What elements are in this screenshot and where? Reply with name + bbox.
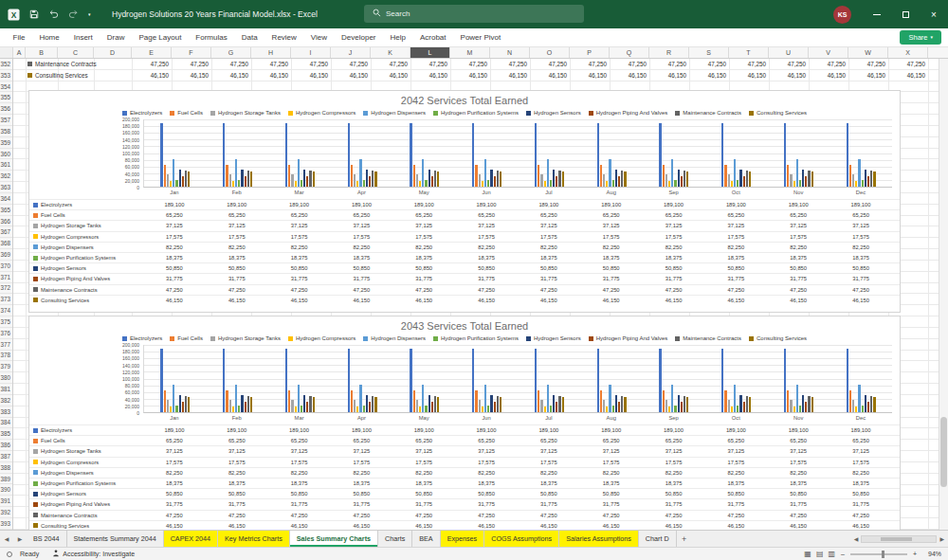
- column-header-s[interactable]: S: [689, 47, 729, 58]
- row-header-379[interactable]: 379: [0, 361, 12, 372]
- row-header-361[interactable]: 361: [0, 159, 12, 171]
- ribbon-tab-insert[interactable]: Insert: [66, 28, 100, 46]
- row-header-357[interactable]: 357: [0, 115, 12, 126]
- column-header-v[interactable]: V: [809, 47, 848, 58]
- sheet-tab-expenses[interactable]: Expenses: [441, 531, 485, 547]
- row-header-373[interactable]: 373: [0, 294, 12, 305]
- grid-cell[interactable]: 46,150: [809, 72, 848, 79]
- grid-cell[interactable]: 46,150: [769, 72, 809, 79]
- hscroll-left-icon[interactable]: ◀: [854, 535, 859, 542]
- ribbon-tab-power-pivot[interactable]: Power Pivot: [453, 28, 508, 46]
- vertical-scrollbar-thumb[interactable]: [940, 417, 947, 488]
- column-header-f[interactable]: F: [172, 47, 211, 58]
- grid-cell[interactable]: 46,150: [729, 72, 769, 79]
- chart-2042-services-total-earned[interactable]: 2042 Services Total EarnedElectrolyzersF…: [28, 90, 901, 313]
- grid-cell[interactable]: 46,150: [490, 72, 530, 79]
- grid-cell[interactable]: 47,250: [331, 61, 371, 67]
- ribbon-tab-view[interactable]: View: [303, 28, 334, 46]
- grid-cell[interactable]: 46,150: [530, 72, 570, 79]
- zoom-slider[interactable]: [850, 553, 907, 555]
- row-header-356[interactable]: 356: [0, 103, 12, 115]
- avatar[interactable]: KS: [833, 6, 851, 24]
- ribbon-tab-formulas[interactable]: Formulas: [189, 28, 234, 46]
- grid-cell[interactable]: 46,150: [689, 72, 729, 79]
- add-sheet-button[interactable]: +: [677, 531, 692, 547]
- grid-cell[interactable]: 47,250: [132, 61, 172, 67]
- redo-icon[interactable]: [68, 9, 79, 19]
- horizontal-scrollbar[interactable]: [861, 535, 937, 543]
- column-header-d[interactable]: D: [94, 47, 132, 58]
- grid-cell[interactable]: 46,150: [610, 72, 649, 79]
- close-button[interactable]: ×: [920, 0, 948, 28]
- column-header-h[interactable]: H: [251, 47, 291, 58]
- grid-cell[interactable]: 47,250: [291, 61, 331, 67]
- row-header-365[interactable]: 365: [0, 205, 12, 216]
- row-header-382[interactable]: 382: [0, 395, 12, 406]
- select-all-corner[interactable]: [0, 47, 13, 58]
- row-header-392[interactable]: 392: [0, 507, 12, 518]
- grid-cell[interactable]: 47,250: [251, 61, 291, 67]
- grid-cell[interactable]: 47,250: [490, 61, 530, 67]
- vertical-scrollbar[interactable]: [939, 59, 948, 530]
- sheet-nav-back-icon[interactable]: ◀: [0, 531, 13, 547]
- grid-cell[interactable]: 46,150: [450, 72, 490, 79]
- grid-cell[interactable]: 46,150: [172, 72, 211, 79]
- column-header-j[interactable]: J: [331, 47, 371, 58]
- excel-app-icon[interactable]: X: [8, 9, 20, 21]
- row-header-367[interactable]: 367: [0, 226, 12, 238]
- row-header-393[interactable]: 393: [0, 518, 12, 530]
- grid-cell[interactable]: 46,150: [371, 72, 410, 79]
- grid-cell[interactable]: 47,250: [689, 61, 729, 67]
- row-header-385[interactable]: 385: [0, 428, 12, 440]
- undo-icon[interactable]: [48, 9, 59, 19]
- grid-cell[interactable]: 47,250: [610, 61, 649, 67]
- accessibility-status[interactable]: Accessibility: Investigate: [52, 550, 135, 558]
- grid-cell[interactable]: 46,150: [331, 72, 371, 79]
- row-header-366[interactable]: 366: [0, 216, 12, 227]
- share-button[interactable]: Share ▾: [900, 30, 941, 45]
- row-header-376[interactable]: 376: [0, 328, 12, 339]
- grid-cell[interactable]: 47,250: [729, 61, 769, 67]
- series-label-cell[interactable]: Maintenance Contracts: [13, 61, 132, 67]
- row-header-390[interactable]: 390: [0, 484, 12, 496]
- row-header-388[interactable]: 388: [0, 462, 12, 474]
- row-header-354[interactable]: 354: [0, 81, 12, 93]
- column-header-i[interactable]: I: [291, 47, 331, 58]
- row-header-386[interactable]: 386: [0, 440, 12, 451]
- grid-cell[interactable]: 46,150: [848, 72, 888, 79]
- macro-record-icon[interactable]: [7, 551, 12, 557]
- sheet-tab-cogs-assumptions[interactable]: COGS Assumptions: [484, 531, 559, 547]
- search-box[interactable]: Search: [364, 5, 584, 23]
- minimize-button[interactable]: [863, 0, 891, 28]
- grid-cell[interactable]: 46,150: [132, 72, 172, 79]
- zoom-out-button[interactable]: –: [841, 551, 845, 557]
- column-header-c[interactable]: C: [58, 47, 94, 58]
- row-header-352[interactable]: 352: [0, 59, 12, 70]
- column-header-a[interactable]: A: [13, 47, 26, 58]
- column-header-m[interactable]: M: [450, 47, 490, 58]
- grid-cell[interactable]: 46,150: [888, 72, 928, 79]
- row-header-377[interactable]: 377: [0, 339, 12, 351]
- grid-cell[interactable]: 47,250: [848, 61, 888, 67]
- row-header-384[interactable]: 384: [0, 418, 12, 429]
- column-header-r[interactable]: R: [649, 47, 689, 58]
- grid-cell[interactable]: 47,250: [530, 61, 570, 67]
- horizontal-scrollbar-thumb[interactable]: [881, 537, 912, 541]
- row-header-378[interactable]: 378: [0, 351, 12, 362]
- grid-cell[interactable]: 47,250: [570, 61, 610, 67]
- row-header-387[interactable]: 387: [0, 451, 12, 462]
- grid-cell[interactable]: 47,250: [211, 61, 251, 67]
- column-header-p[interactable]: P: [570, 47, 610, 58]
- sheet-tab-chart-d[interactable]: Chart D: [639, 531, 677, 547]
- sheet-tab-bea[interactable]: BEA: [412, 531, 440, 547]
- row-header-371[interactable]: 371: [0, 272, 12, 283]
- ribbon-tab-draw[interactable]: Draw: [100, 28, 132, 46]
- grid-cell[interactable]: 46,150: [291, 72, 331, 79]
- row-header-375[interactable]: 375: [0, 316, 12, 328]
- zoom-level[interactable]: 94%: [922, 551, 941, 557]
- sheet-tab-charts[interactable]: Charts: [378, 531, 412, 547]
- page-break-preview-icon[interactable]: ▥: [828, 550, 835, 558]
- row-header-374[interactable]: 374: [0, 305, 12, 316]
- grid-cell[interactable]: 47,250: [809, 61, 848, 67]
- row-header-364[interactable]: 364: [0, 193, 12, 205]
